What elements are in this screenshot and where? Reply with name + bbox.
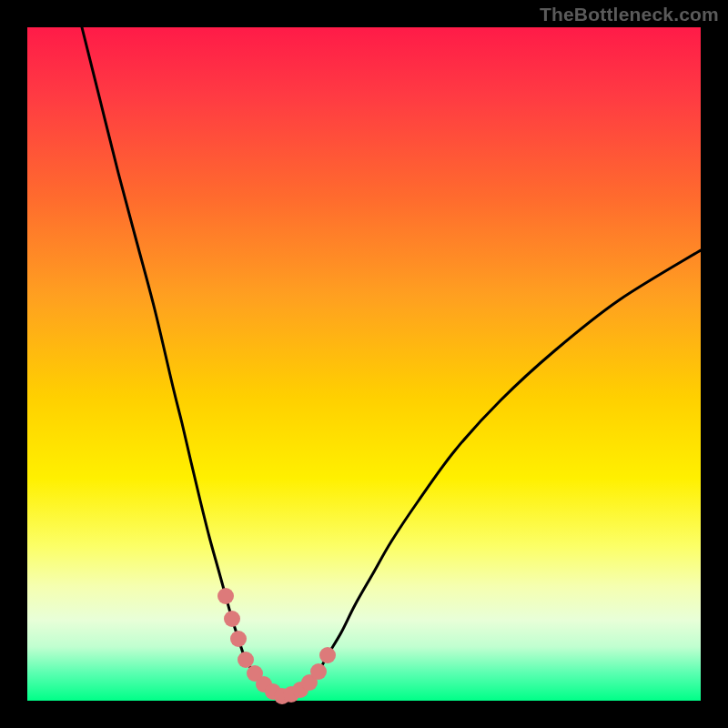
plot-area	[27, 27, 701, 701]
curve-layer	[27, 27, 701, 701]
dip-marker	[230, 631, 247, 647]
dip-marker	[217, 588, 234, 604]
watermark-text: TheBottleneck.com	[540, 4, 719, 25]
outer-frame: TheBottleneck.com	[0, 0, 728, 728]
dip-marker	[238, 652, 254, 668]
dip-marker	[224, 611, 240, 627]
dip-marker	[310, 663, 327, 680]
curve-left-branch	[82, 27, 282, 696]
curve-right-branch	[282, 250, 701, 696]
dip-marker	[319, 647, 336, 663]
